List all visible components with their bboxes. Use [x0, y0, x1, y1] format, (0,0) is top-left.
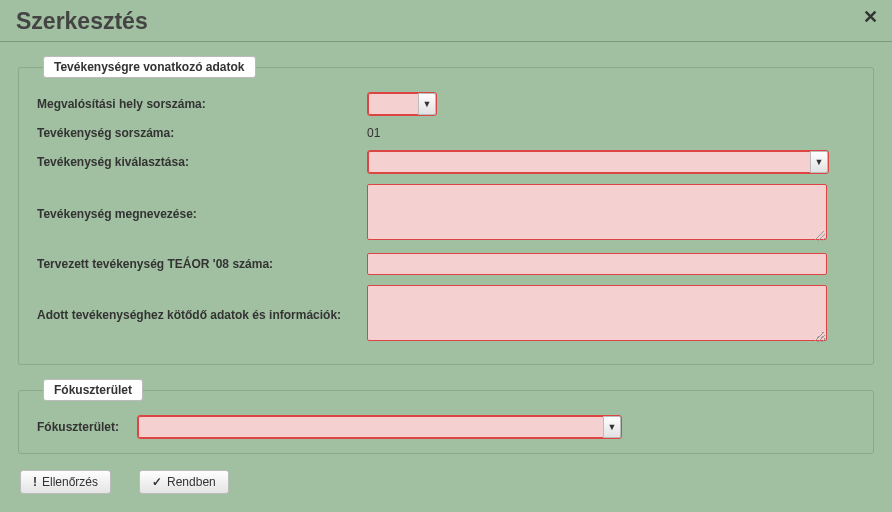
row-focus-area: Fókuszterület: ▼	[37, 415, 855, 439]
location-number-select[interactable]: ▼	[367, 92, 437, 116]
activity-select[interactable]: ▼	[367, 150, 829, 174]
focus-area-legend: Fókuszterület	[43, 379, 143, 401]
row-teaor: Tervezett tevékenység TEÁOR '08 száma:	[37, 253, 855, 275]
row-activity-select: Tevékenység kiválasztása: ▼	[37, 150, 855, 174]
teaor-input[interactable]	[367, 253, 827, 275]
activity-data-legend: Tevékenységre vonatkozó adatok	[43, 56, 256, 78]
check-button-label: Ellenőrzés	[42, 475, 98, 489]
row-activity-number: Tevékenység sorszáma: 01	[37, 126, 855, 140]
ok-button-label: Rendben	[167, 475, 216, 489]
label-activity-number: Tevékenység sorszáma:	[37, 126, 367, 140]
location-number-value[interactable]	[368, 93, 418, 115]
activity-data-fieldset: Tevékenységre vonatkozó adatok Megvalósí…	[18, 56, 874, 365]
activity-name-textarea[interactable]	[367, 184, 827, 240]
label-activity-name: Tevékenység megnevezése:	[37, 207, 367, 221]
edit-dialog: Szerkesztés ✕ Tevékenységre vonatkozó ad…	[0, 0, 892, 512]
label-activity-select: Tevékenység kiválasztása:	[37, 155, 367, 169]
button-row: ! Ellenőrzés ✓ Rendben	[18, 468, 874, 494]
row-location-number: Megvalósítási hely sorszáma: ▼	[37, 92, 855, 116]
related-info-textarea[interactable]	[367, 285, 827, 341]
check-icon: ✓	[152, 475, 162, 489]
dialog-title: Szerkesztés	[16, 8, 148, 34]
chevron-down-icon[interactable]: ▼	[418, 93, 436, 115]
row-related-info: Adott tevékenységhez kötődő adatok és in…	[37, 285, 855, 344]
label-related-info: Adott tevékenységhez kötődő adatok és in…	[37, 308, 367, 322]
title-bar: Szerkesztés	[0, 0, 892, 42]
chevron-down-icon[interactable]: ▼	[810, 151, 828, 173]
focus-area-value[interactable]	[138, 416, 603, 438]
exclamation-icon: !	[33, 475, 37, 489]
label-teaor: Tervezett tevékenység TEÁOR '08 száma:	[37, 257, 367, 271]
activity-number-value: 01	[367, 126, 380, 140]
ok-button[interactable]: ✓ Rendben	[139, 470, 229, 494]
label-location-number: Megvalósítási hely sorszáma:	[37, 97, 367, 111]
focus-area-select[interactable]: ▼	[137, 415, 622, 439]
check-button[interactable]: ! Ellenőrzés	[20, 470, 111, 494]
label-focus-area: Fókuszterület:	[37, 420, 137, 434]
focus-area-fieldset: Fókuszterület Fókuszterület: ▼	[18, 379, 874, 454]
close-icon[interactable]: ✕	[863, 8, 878, 26]
activity-select-value[interactable]	[368, 151, 810, 173]
row-activity-name: Tevékenység megnevezése:	[37, 184, 855, 243]
chevron-down-icon[interactable]: ▼	[603, 416, 621, 438]
dialog-content: Tevékenységre vonatkozó adatok Megvalósí…	[0, 42, 892, 502]
